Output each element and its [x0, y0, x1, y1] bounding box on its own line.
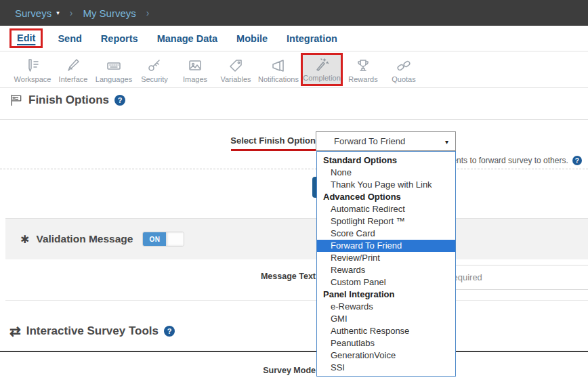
toggle-on-label: ON: [143, 232, 166, 246]
dropdown-option[interactable]: Rewards: [317, 264, 455, 276]
dashed-divider: [0, 169, 588, 169]
toolbar-item-label: Rewards: [348, 75, 377, 83]
dropdown-group-header: Standard Options: [317, 154, 455, 167]
toolbar-item-rewards[interactable]: Rewards: [343, 56, 383, 83]
section-title: Interactive Survey Tools: [26, 324, 159, 338]
dropdown-option[interactable]: Authentic Response: [317, 325, 455, 337]
tab-integration[interactable]: Integration: [287, 33, 337, 44]
toolbar-item-completion[interactable]: Completion: [301, 53, 343, 86]
breadcrumb: Surveys ▾ › My Surveys ›: [15, 7, 159, 19]
toolbar-item-label: Variables: [220, 75, 251, 83]
asterisk-icon: ✱: [20, 233, 29, 246]
card-divider: [5, 300, 588, 301]
section-divider: [0, 119, 588, 120]
finish-option-selected-value: Forward To Friend: [334, 136, 405, 146]
section-title: Finish Options: [28, 93, 109, 107]
annotation-underline: [231, 149, 316, 151]
validation-message-toggle[interactable]: ON: [142, 232, 184, 247]
section-divider-dark: [0, 351, 588, 352]
select-arrow-icon: ▾: [445, 138, 448, 146]
main-tab-bar: Edit Send Reports Manage Data Mobile Int…: [0, 26, 588, 51]
tab-reports[interactable]: Reports: [101, 33, 138, 44]
swap-arrows-icon: ⇄: [9, 323, 21, 339]
help-icon[interactable]: ?: [572, 156, 582, 165]
dropdown-option[interactable]: Thank You Page with Link: [317, 179, 455, 191]
breadcrumb-separator-icon: ›: [70, 7, 73, 18]
dropdown-option[interactable]: GMI: [317, 313, 455, 325]
help-icon[interactable]: ?: [164, 326, 175, 337]
dropdown-option-selected[interactable]: Forward To Friend: [317, 240, 455, 252]
finish-option-select[interactable]: Forward To Friend ▾: [316, 131, 456, 151]
top-navbar: Surveys ▾ › My Surveys ›: [0, 0, 588, 26]
toolbar-item-variables[interactable]: Variables: [215, 56, 256, 83]
interactive-tools-header: ⇄ Interactive Survey Tools ?: [9, 323, 175, 339]
toolbar-item-security[interactable]: Security: [134, 56, 175, 83]
edit-toolbar: Workspace Interface Languages Security I…: [0, 51, 588, 88]
toolbar-item-label: Interface: [59, 75, 88, 83]
app-window: Surveys ▾ › My Surveys › Edit Send Repor…: [0, 0, 588, 384]
dropdown-option[interactable]: Automatic Redirect: [317, 203, 455, 215]
key-icon: [146, 58, 163, 74]
validation-message-section: ✱ Validation Message ON: [5, 218, 588, 259]
megaphone-icon: [270, 58, 287, 74]
tab-send[interactable]: Send: [58, 33, 81, 44]
magic-wand-icon: [314, 56, 330, 72]
survey-mode-label: Survey Mode: [0, 366, 316, 375]
dropdown-option[interactable]: Review/Print: [317, 252, 455, 264]
toolbar-item-label: Completion: [303, 74, 341, 82]
image-icon: [187, 58, 203, 74]
breadcrumb-separator-icon: ›: [146, 7, 150, 18]
dropdown-option[interactable]: SSI: [317, 362, 455, 374]
chain-link-icon: [396, 58, 412, 74]
toolbar-item-interface[interactable]: Interface: [53, 56, 93, 83]
tab-mobile[interactable]: Mobile: [236, 33, 268, 44]
dropdown-option[interactable]: GenerationVoice: [317, 349, 455, 362]
toolbar-item-images[interactable]: Images: [175, 56, 215, 83]
dropdown-option[interactable]: Custom Panel: [317, 276, 455, 289]
tab-manage-data[interactable]: Manage Data: [157, 33, 217, 44]
toolbar-item-languages[interactable]: Languages: [93, 56, 134, 83]
breadcrumb-my-surveys[interactable]: My Surveys: [83, 7, 135, 19]
dropdown-group-header: Panel Integration: [317, 289, 455, 301]
validation-message-title: Validation Message: [36, 233, 133, 245]
finish-options-header: Finish Options ?: [9, 93, 125, 107]
trophy-icon: [355, 58, 371, 74]
dropdown-option[interactable]: Score Card: [317, 228, 455, 240]
toolbar-item-notifications[interactable]: Notifications: [256, 56, 301, 83]
pencil-lines-icon: [24, 58, 41, 74]
toolbar-item-workspace[interactable]: Workspace: [12, 56, 53, 83]
toolbar-item-label: Workspace: [14, 75, 51, 83]
finish-option-dropdown-list: Standard Options None Thank You Page wit…: [316, 151, 456, 377]
dropdown-group-header: Advanced Options: [317, 191, 455, 203]
toolbar-item-quotas[interactable]: Quotas: [383, 56, 424, 83]
dropdown-option[interactable]: Peanutlabs: [317, 337, 455, 349]
annotation-box-edit: Edit: [9, 28, 43, 48]
toolbar-item-label: Images: [183, 75, 207, 83]
chevron-down-icon[interactable]: ▾: [56, 9, 60, 16]
dropdown-option[interactable]: None: [317, 167, 455, 179]
dropdown-option[interactable]: e-Rewards: [317, 301, 455, 313]
toggle-knob: [166, 232, 184, 246]
tag-icon: [228, 58, 244, 74]
toolbar-item-label: Quotas: [392, 75, 415, 83]
dropdown-option[interactable]: Spotlight Report ™: [317, 215, 455, 228]
message-text-label: Message Text: [0, 272, 316, 281]
keyboard-icon: [106, 58, 122, 74]
flag-icon: [9, 93, 23, 107]
tab-edit[interactable]: Edit: [17, 33, 35, 43]
breadcrumb-surveys[interactable]: Surveys: [15, 7, 51, 19]
help-icon[interactable]: ?: [114, 95, 125, 106]
toolbar-item-label: Notifications: [258, 75, 299, 83]
toolbar-item-label: Security: [141, 75, 168, 83]
pen-icon: [65, 58, 81, 74]
toolbar-item-label: Languages: [96, 75, 132, 83]
select-finish-option-label: Select Finish Option: [0, 135, 316, 146]
